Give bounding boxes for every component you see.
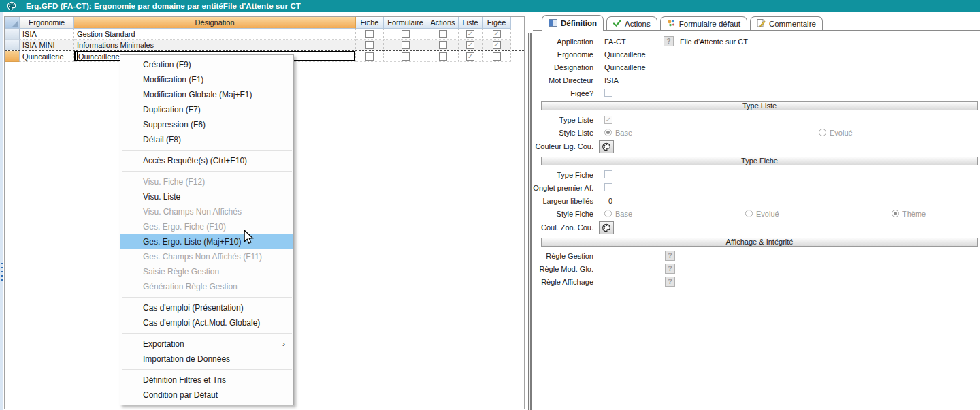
column-header-liste[interactable]: Liste <box>459 17 483 29</box>
column-header-actions[interactable]: Actions <box>427 17 459 29</box>
field-designation: Désignation Quincaillerie <box>533 61 980 74</box>
menu-item-detail[interactable]: Détail (F8) <box>120 132 293 147</box>
menu-separator <box>122 297 292 298</box>
cell-figee[interactable] <box>483 40 511 50</box>
tab-actions[interactable]: Actions <box>606 16 657 30</box>
liste-checkbox[interactable] <box>466 52 474 61</box>
cell-liste[interactable] <box>459 29 483 40</box>
dock-grip-handle[interactable] <box>1 263 3 281</box>
table-header-row: Ergonomie Désignation Fiche Formulaire A… <box>5 17 524 29</box>
row-selector[interactable] <box>5 29 20 40</box>
menu-item-modification[interactable]: Modification (F1) <box>120 72 293 87</box>
row-selector[interactable] <box>5 51 20 62</box>
application-help-button[interactable]: ? <box>664 36 674 46</box>
type-liste-checkbox <box>604 116 612 124</box>
menu-item-ges-ergo-liste[interactable]: Ges. Ergo. Liste (Maj+F10) <box>120 234 293 249</box>
couleur-lig-label: Couleur Lig. Cou. <box>533 142 593 151</box>
style-liste-label: Style Liste <box>533 129 593 137</box>
tab-definition[interactable]: Définition <box>542 15 604 31</box>
style-liste-evolue-radio <box>819 129 826 136</box>
type-fiche-checkbox[interactable] <box>604 170 612 178</box>
cell-figee[interactable] <box>483 29 511 40</box>
cell-formulaire[interactable] <box>384 51 427 62</box>
cell-actions[interactable] <box>427 29 459 40</box>
figee-checkbox[interactable] <box>604 89 612 97</box>
actions-checkbox[interactable] <box>439 52 447 61</box>
fiche-checkbox[interactable] <box>365 52 374 61</box>
menu-item-cas-emploi-presentation[interactable]: Cas d'emploi (Présentation) <box>120 300 293 315</box>
menu-item-visu-liste[interactable]: Visu. Liste <box>120 189 293 204</box>
tab-commentaire[interactable]: Commentaire <box>750 16 823 30</box>
panel-splitter[interactable] <box>528 33 532 410</box>
actions-checkbox[interactable] <box>439 41 447 49</box>
regle-mod-glo-help-button[interactable]: ? <box>665 264 675 274</box>
section-type-fiche: Type Fiche <box>541 157 978 165</box>
tab-formulaire-defaut[interactable]: Formulaire défaut <box>660 16 747 30</box>
formulaire-checkbox[interactable] <box>402 30 410 38</box>
menu-item-cas-emploi-act-mod[interactable]: Cas d'emploi (Act.Mod. Globale) <box>120 315 293 330</box>
fiche-checkbox[interactable] <box>365 30 374 38</box>
designation-label: Désignation <box>533 63 593 72</box>
cell-ergonomie[interactable]: ISIA <box>20 29 74 40</box>
cell-liste[interactable] <box>459 40 483 50</box>
cell-designation[interactable]: Informations Minimales <box>74 40 356 50</box>
column-header-formulaire[interactable]: Formulaire <box>384 17 427 29</box>
cell-figee[interactable] <box>483 51 511 62</box>
menu-item-suppression[interactable]: Suppression (F6) <box>120 117 293 132</box>
figee-checkbox[interactable] <box>493 52 501 61</box>
tab-label: Définition <box>561 19 597 27</box>
figee-checkbox[interactable] <box>493 41 501 49</box>
cell-ergonomie[interactable]: ISIA-MINI <box>20 40 74 50</box>
onglet-premier-checkbox[interactable] <box>604 183 612 191</box>
menu-item-creation[interactable]: Création (F9) <box>120 57 293 72</box>
couleur-lig-palette-button[interactable] <box>599 140 614 153</box>
column-header-designation[interactable]: Désignation <box>74 17 356 29</box>
application-label: Application <box>533 37 593 46</box>
cell-actions[interactable] <box>427 51 459 62</box>
cell-formulaire[interactable] <box>384 29 427 40</box>
coul-zon-palette-button[interactable] <box>599 221 614 234</box>
column-header-fiche[interactable]: Fiche <box>356 17 384 29</box>
field-application: Application FA-CT ? File d'Attente sur C… <box>533 35 980 48</box>
regle-affichage-help-button[interactable]: ? <box>665 277 675 287</box>
tab-label: Formulaire défaut <box>679 20 740 28</box>
fiche-checkbox[interactable] <box>365 41 374 49</box>
table-row[interactable]: ISIA Gestion Standard <box>5 29 524 40</box>
type-fiche-label: Type Fiche <box>533 171 593 179</box>
cell-ergonomie[interactable]: Quincaillerie <box>20 51 74 62</box>
regle-gestion-help-button[interactable]: ? <box>665 251 675 261</box>
cell-actions[interactable] <box>427 40 459 50</box>
menu-item-acces-requetes[interactable]: Accès Requête(s) (Ctrl+F10) <box>120 153 293 168</box>
menu-item-modification-globale[interactable]: Modification Globale (Maj+F1) <box>120 87 293 102</box>
formulaire-checkbox[interactable] <box>402 52 410 61</box>
table-row[interactable]: ISIA-MINI Informations Minimales <box>5 40 524 50</box>
actions-checkbox[interactable] <box>439 30 447 38</box>
liste-checkbox[interactable] <box>466 41 474 49</box>
mouse-cursor <box>243 230 255 247</box>
mot-directeur-value: ISIA <box>604 76 619 84</box>
regle-gestion-label: Règle Gestion <box>533 252 593 260</box>
cell-fiche[interactable] <box>356 51 384 62</box>
menu-item-generation-regle-gestion: Génération Règle Gestion <box>120 279 293 294</box>
cell-fiche[interactable] <box>356 29 384 40</box>
cell-formulaire[interactable] <box>384 40 427 50</box>
formulaire-checkbox[interactable] <box>402 41 410 49</box>
style-liste-base-radio <box>604 129 612 136</box>
menu-item-duplication[interactable]: Duplication (F7) <box>120 102 293 117</box>
column-header-figee[interactable]: Figée <box>483 17 511 29</box>
menu-item-importation-donnees[interactable]: Importation de Données <box>120 351 293 366</box>
column-header-ergonomie[interactable]: Ergonomie <box>20 17 74 29</box>
radio-label: Thème <box>902 210 926 218</box>
liste-checkbox[interactable] <box>466 30 474 38</box>
cell-designation[interactable]: Gestion Standard <box>74 29 356 40</box>
menu-item-exportation[interactable]: Exportation› <box>120 336 293 351</box>
menu-item-condition-par-defaut[interactable]: Condition par Défaut <box>120 388 293 403</box>
cell-liste[interactable] <box>459 51 483 62</box>
select-all-corner[interactable] <box>5 17 20 29</box>
menu-item-definition-filtres-tris[interactable]: Définition Filtres et Tris <box>120 373 293 388</box>
largeur-libelles-value[interactable]: 0 <box>608 197 612 205</box>
figee-checkbox[interactable] <box>493 30 501 38</box>
row-selector[interactable] <box>5 40 20 50</box>
field-regle-gestion: Règle Gestion ? <box>533 249 980 262</box>
cell-fiche[interactable] <box>356 40 384 50</box>
